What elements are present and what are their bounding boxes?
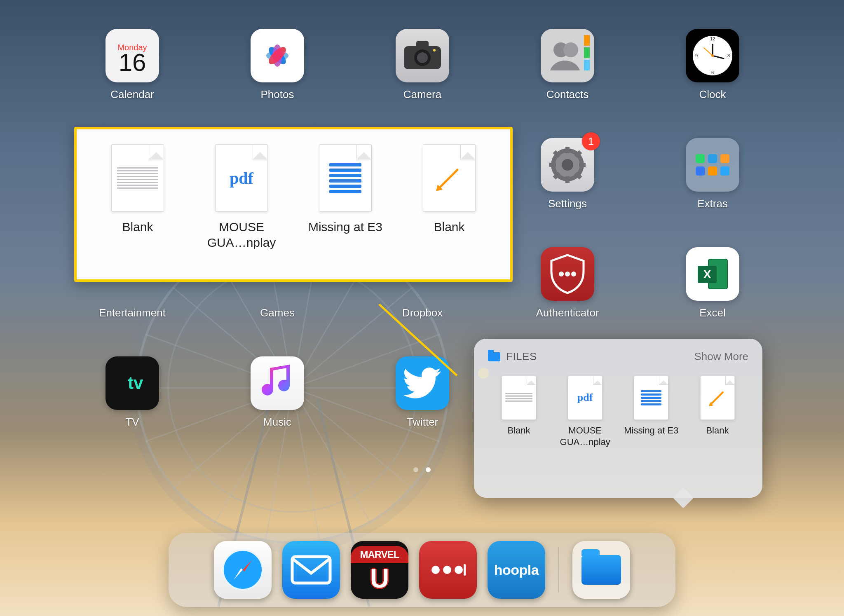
file-name: MOUSE GUA…nplay bbox=[554, 425, 616, 447]
dock: MARVEL U hoopla bbox=[169, 533, 675, 607]
settings-icon: 1 bbox=[541, 138, 594, 192]
app-excel[interactable]: X Excel bbox=[640, 247, 785, 319]
pages-blank-icon bbox=[423, 144, 476, 212]
dock-separator bbox=[558, 547, 559, 593]
svg-point-26 bbox=[711, 54, 714, 57]
app-label: Clock bbox=[699, 88, 726, 101]
svg-text:X: X bbox=[703, 268, 711, 281]
svg-text:tv: tv bbox=[128, 373, 143, 393]
tv-icon: tv bbox=[106, 356, 159, 410]
marvel-label: MARVEL bbox=[351, 546, 408, 563]
file-item[interactable]: Blank bbox=[687, 375, 748, 447]
app-label: Authenticator bbox=[536, 307, 599, 319]
app-label: Music bbox=[263, 416, 291, 429]
file-item[interactable]: Missing at E3 bbox=[620, 375, 682, 447]
svg-point-39 bbox=[565, 272, 570, 276]
hoopla-label: hoopla bbox=[494, 562, 539, 578]
file-item[interactable]: pdf MOUSE GUA…nplay bbox=[198, 144, 285, 250]
svg-point-53 bbox=[455, 566, 463, 574]
app-label: Excel bbox=[699, 307, 726, 319]
svg-rect-9 bbox=[416, 41, 429, 48]
page-indicator[interactable] bbox=[413, 467, 431, 472]
dock-app-marvel[interactable]: MARVEL U bbox=[351, 541, 408, 599]
svg-point-40 bbox=[571, 272, 576, 276]
clock-icon: 123 69 bbox=[686, 29, 739, 82]
contacts-icon bbox=[541, 29, 594, 82]
svg-point-51 bbox=[431, 566, 440, 574]
app-camera[interactable]: Camera bbox=[350, 29, 495, 101]
file-name: Blank bbox=[122, 219, 153, 235]
page-dot bbox=[413, 467, 418, 472]
app-calendar[interactable]: Monday 16 Calendar bbox=[60, 29, 205, 101]
dock-app-safari[interactable] bbox=[214, 541, 272, 599]
app-label: Twitter bbox=[407, 416, 438, 429]
textdoc-icon bbox=[319, 144, 372, 212]
show-more-link[interactable]: Show More bbox=[694, 350, 749, 363]
folder-icon bbox=[488, 352, 500, 361]
svg-point-11 bbox=[417, 52, 428, 63]
app-label: Games bbox=[260, 307, 295, 319]
app-label: Dropbox bbox=[402, 307, 443, 319]
folder-icon bbox=[686, 138, 739, 192]
svg-text:12: 12 bbox=[710, 36, 715, 41]
app-label: Extras bbox=[697, 197, 728, 210]
file-item[interactable]: Blank bbox=[94, 144, 181, 235]
svg-point-12 bbox=[433, 49, 436, 52]
svg-rect-15 bbox=[584, 60, 590, 70]
app-settings[interactable]: 1 Settings bbox=[495, 138, 640, 210]
app-music[interactable]: Music bbox=[205, 356, 350, 429]
file-item[interactable]: Blank bbox=[488, 375, 550, 447]
dock-app-mail[interactable] bbox=[282, 541, 340, 599]
app-label: Calendar bbox=[110, 88, 154, 101]
pdf-icon: pdf bbox=[215, 144, 268, 212]
app-twitter[interactable]: Twitter bbox=[350, 356, 495, 429]
svg-point-38 bbox=[559, 272, 564, 276]
file-name: Blank bbox=[706, 425, 729, 436]
file-name: Blank bbox=[507, 425, 530, 436]
app-tv[interactable]: tv TV bbox=[60, 356, 205, 429]
svg-point-29 bbox=[562, 159, 573, 171]
folder-extras[interactable]: Extras bbox=[640, 138, 785, 210]
app-label: Camera bbox=[403, 88, 441, 101]
popover-title: FILES bbox=[506, 350, 537, 363]
file-item[interactable]: Missing at E3 bbox=[302, 144, 389, 235]
file-name: Missing at E3 bbox=[624, 425, 678, 436]
music-icon bbox=[251, 356, 304, 410]
app-contacts[interactable]: Contacts bbox=[495, 29, 640, 101]
file-name: Blank bbox=[434, 219, 464, 235]
file-name: Missing at E3 bbox=[308, 219, 382, 235]
dock-app-files[interactable] bbox=[572, 541, 630, 599]
svg-rect-14 bbox=[584, 47, 590, 58]
marvel-letter: U bbox=[370, 563, 389, 594]
notification-badge: 1 bbox=[582, 132, 600, 150]
app-authenticator[interactable]: Authenticator bbox=[495, 247, 640, 319]
files-callout-panel: Blank pdf MOUSE GUA…nplay Missing at E3 … bbox=[74, 127, 513, 282]
dock-app-more[interactable] bbox=[419, 541, 477, 599]
app-label: TV bbox=[125, 416, 139, 429]
document-icon bbox=[111, 144, 164, 212]
photos-icon bbox=[251, 29, 304, 82]
files-widget-popover: FILES Show More Blank pdf MOUSE GUA…npla… bbox=[474, 339, 762, 498]
files-folder-icon bbox=[581, 555, 621, 585]
calendar-day-number: 16 bbox=[119, 52, 146, 74]
svg-rect-13 bbox=[584, 35, 590, 46]
svg-text:9: 9 bbox=[695, 53, 698, 58]
camera-icon bbox=[396, 29, 449, 82]
app-photos[interactable]: Photos bbox=[205, 29, 350, 101]
file-item[interactable]: pdf MOUSE GUA…nplay bbox=[554, 375, 616, 447]
svg-text:6: 6 bbox=[711, 70, 714, 75]
page-dot-active bbox=[426, 467, 431, 472]
svg-text:3: 3 bbox=[727, 53, 730, 58]
app-label: Contacts bbox=[546, 88, 589, 101]
app-clock[interactable]: 123 69 Clock bbox=[640, 29, 785, 101]
dock-app-hoopla[interactable]: hoopla bbox=[488, 541, 545, 599]
app-label: Settings bbox=[548, 197, 587, 210]
file-item[interactable]: Blank bbox=[406, 144, 492, 235]
authenticator-icon bbox=[541, 247, 594, 301]
twitter-icon bbox=[396, 356, 449, 410]
calendar-icon: Monday 16 bbox=[106, 29, 159, 82]
app-label: Entertainment bbox=[99, 307, 166, 319]
file-name: MOUSE GUA…nplay bbox=[198, 219, 285, 250]
svg-point-52 bbox=[443, 566, 451, 574]
svg-rect-50 bbox=[292, 557, 330, 583]
